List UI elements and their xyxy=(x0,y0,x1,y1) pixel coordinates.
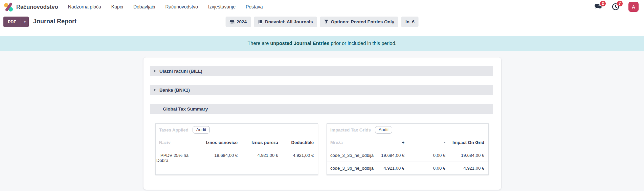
filter-period-label: 2024 xyxy=(237,19,247,24)
main-menu: Nadzorna ploča Kupci Dobavljači Računovo… xyxy=(63,0,268,14)
grid-impact-cell: 19.684,00 € xyxy=(449,149,488,162)
filter-currency-button[interactable]: In .€ xyxy=(401,17,419,27)
messages-count-badge: 2 xyxy=(600,1,606,6)
impacted-tax-grids-table: Impacted Tax Grids Audit Mreža + - Impac… xyxy=(327,123,489,175)
top-navbar: Računovodstvo Nadzorna ploča Kupci Dobav… xyxy=(0,0,644,14)
chevron-right-icon xyxy=(154,70,156,72)
column-header-impact-on-grid: Impact On Grid xyxy=(449,136,488,149)
column-header-iznos-poreza: Iznos poreza xyxy=(241,136,282,149)
pdf-split-button: PDF ▾ xyxy=(3,17,29,27)
impacted-tax-grids-audit-button[interactable]: Audit xyxy=(375,126,393,134)
menu-item-customers[interactable]: Kupci xyxy=(106,0,128,14)
taxes-applied-title-row: Taxes Applied Audit xyxy=(156,124,318,136)
app-logo-icon xyxy=(4,2,13,11)
grid-code-cell: code_3_3o_ne_odbija xyxy=(327,149,375,162)
tax-amount-cell: 4.921,00 € xyxy=(241,149,282,162)
column-header-iznos-osnovice: Iznos osnovice xyxy=(195,136,241,149)
grid-plus-cell: 4.921,00 € xyxy=(375,162,408,174)
report-filters: 2024 Dnevnici: All Journals Options: Pos… xyxy=(225,17,419,27)
tax-name-cell: PPDV 25% na Dobra xyxy=(156,149,195,167)
grid-impact-cell: 4.921,00 € xyxy=(449,162,488,174)
taxes-applied-audit-button[interactable]: Audit xyxy=(193,126,210,134)
filter-options-button[interactable]: Options: Posted Entries Only xyxy=(320,17,398,27)
filter-icon xyxy=(324,20,328,24)
menu-item-reporting[interactable]: Izvještavanje xyxy=(203,0,241,14)
book-icon xyxy=(258,20,263,24)
tax-summary-tables: Taxes Applied Audit Naziv Iznos osnovice… xyxy=(155,123,489,175)
column-header-deductible: Deductible xyxy=(282,136,317,149)
filter-currency-label: In .€ xyxy=(405,19,415,24)
page-title: Journal Report xyxy=(33,18,76,25)
menu-item-vendors[interactable]: Dobavljači xyxy=(128,0,160,14)
grid-minus-cell: 0,00 € xyxy=(408,162,449,174)
filter-journals-button[interactable]: Dnevnici: All Journals xyxy=(254,17,317,27)
section-banka[interactable]: Banka (BNK1) xyxy=(150,85,493,95)
taxes-applied-header-row: Naziv Iznos osnovice Iznos poreza Deduct… xyxy=(156,136,318,149)
column-header-naziv: Naziv xyxy=(156,136,195,149)
user-avatar[interactable]: A xyxy=(628,2,639,12)
menu-item-configuration[interactable]: Postava xyxy=(241,0,268,14)
pdf-button[interactable]: PDF xyxy=(3,17,21,27)
tax-deductible-cell: 4.921,00 € xyxy=(282,149,317,162)
column-header-mreza: Mreža xyxy=(327,136,375,149)
column-header-plus: + xyxy=(375,136,408,149)
control-bar: PDF ▾ Journal Report 2024 xyxy=(0,14,644,36)
banner-text-bold: unposted Journal Entries xyxy=(270,41,329,46)
pdf-dropdown-caret[interactable]: ▾ xyxy=(21,17,29,27)
taxes-applied-table: Taxes Applied Audit Naziv Iznos osnovice… xyxy=(155,123,318,175)
taxes-applied-title: Taxes Applied xyxy=(159,127,188,133)
chevron-right-icon xyxy=(154,89,156,91)
calendar-icon xyxy=(229,20,234,24)
section-global-tax-summary: Global Tax Summary xyxy=(150,104,493,114)
filter-journals-label: Dnevnici: All Journals xyxy=(265,19,313,24)
unposted-entries-banner: There are unposted Journal Entries prior… xyxy=(0,36,644,51)
filter-options-label: Options: Posted Entries Only xyxy=(331,19,394,24)
section-ulazni-racuni[interactable]: Ulazni računi (BILL) xyxy=(150,66,493,76)
journal-report-card: Ulazni računi (BILL) Banka (BNK1) Global… xyxy=(143,57,501,190)
section-label: Ulazni računi (BILL) xyxy=(159,69,202,74)
impacted-tax-grids-header-row: Mreža + - Impact On Grid xyxy=(327,136,488,149)
grid-minus-cell: 0,00 € xyxy=(408,149,449,162)
activities-button[interactable]: 7 xyxy=(612,3,620,11)
section-label: Banka (BNK1) xyxy=(159,88,190,93)
impacted-tax-grids-title-row: Impacted Tax Grids Audit xyxy=(327,124,488,136)
report-content-area: Ulazni računi (BILL) Banka (BNK1) Global… xyxy=(0,51,644,191)
app-name: Računovodstvo xyxy=(16,4,58,10)
activities-count-badge: 7 xyxy=(617,1,623,6)
app-brand[interactable]: Računovodstvo xyxy=(4,2,58,11)
messages-button[interactable]: 2 xyxy=(594,3,603,11)
menu-item-accounting[interactable]: Računovodstvo xyxy=(160,0,203,14)
banner-text-suffix: prior or included in this period. xyxy=(331,41,396,46)
impacted-tax-grids-title: Impacted Tax Grids xyxy=(330,127,371,133)
navbar-systray: 2 7 A xyxy=(594,2,639,12)
banner-text-prefix: There are xyxy=(248,41,269,46)
filter-period-button[interactable]: 2024 xyxy=(225,17,251,27)
table-row: PPDV 25% na Dobra 19.684,00 € 4.921,00 €… xyxy=(156,149,318,167)
grid-code-cell: code_3_3p_ne_odbija xyxy=(327,162,375,174)
grid-plus-cell: 19.684,00 € xyxy=(375,149,408,162)
tax-base-cell: 19.684,00 € xyxy=(195,149,241,162)
table-row: code_3_3o_ne_odbija 19.684,00 € 0,00 € 1… xyxy=(327,149,488,162)
column-header-minus: - xyxy=(408,136,449,149)
menu-item-dashboard[interactable]: Nadzorna ploča xyxy=(63,0,106,14)
table-row: code_3_3p_ne_odbija 4.921,00 € 0,00 € 4.… xyxy=(327,162,488,174)
section-label: Global Tax Summary xyxy=(163,106,208,112)
